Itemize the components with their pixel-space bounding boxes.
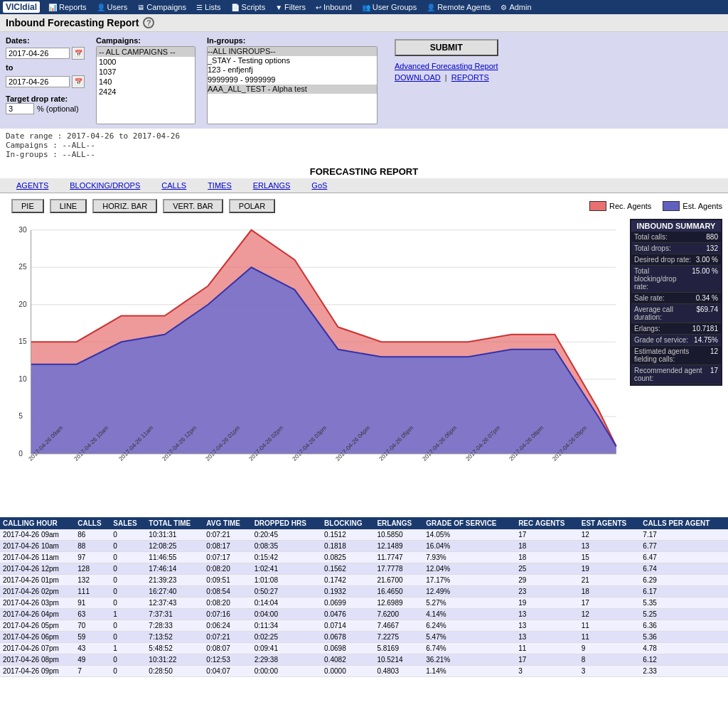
table-cell: 12:37:43 [146, 598, 203, 609]
tab-blocking-drops[interactable]: BLOCKING/DROPS [59, 178, 151, 193]
nav-filters[interactable]: ▼ Filters [271, 1, 310, 13]
tab-erlangs[interactable]: ERLANGS [242, 178, 301, 193]
info-text: Date range : 2017-04-26 to 2017-04-26 Ca… [0, 129, 728, 162]
summary-row: Total calls:880 [631, 232, 721, 243]
nav-reports[interactable]: 📊 Reports [44, 1, 91, 13]
table-cell: 18 [515, 541, 579, 552]
table-cell: 49 [75, 654, 110, 666]
nav-lists[interactable]: ☰ Lists [192, 1, 225, 13]
table-cell: 11 [515, 643, 579, 654]
table-cell: 12:08:25 [146, 541, 203, 552]
table-cell: 0.1512 [321, 529, 374, 541]
reports-link[interactable]: REPORTS [451, 73, 489, 82]
table-cell: 13 [579, 541, 641, 552]
table-cell: 0:02:25 [252, 632, 321, 643]
table-cell: 0.0678 [321, 632, 374, 643]
date-to-wrap: 📅 [6, 75, 85, 88]
legend-est-agents-label: Est. Agents [682, 202, 722, 210]
table-cell: 0:07:17 [203, 552, 251, 563]
table-cell: 9 [579, 643, 641, 654]
table-cell: 0:15:42 [252, 552, 321, 563]
table-cell: 2017-04-26 05pm [0, 620, 75, 632]
target-drop-input[interactable] [6, 103, 34, 114]
advanced-report-link[interactable]: Advanced Forecasting Report [395, 62, 498, 70]
reports-icon: 📊 [48, 4, 57, 11]
table-body: 2017-04-26 09am86010:31:310:07:210:20:45… [0, 529, 728, 677]
ingroups-list[interactable]: --ALL INGROUPS--_STAY - Testing options1… [207, 46, 378, 124]
table-cell: 21 [579, 575, 641, 586]
table-cell: 0:09:41 [252, 643, 321, 654]
table-cell: 17:46:14 [146, 563, 203, 575]
tab-times[interactable]: TIMES [197, 178, 242, 193]
tab-agents[interactable]: AGENTS [6, 178, 59, 193]
logo[interactable]: VICIdial [3, 1, 40, 13]
right-actions: SUBMIT Advanced Forecasting Report DOWNL… [395, 36, 498, 82]
table-cell: 97 [75, 552, 110, 563]
summary-value: 0.34 % [696, 294, 718, 302]
campaigns-list[interactable]: -- ALL CAMPAIGNS --100010371402424 [96, 46, 196, 124]
table-cell: 13 [515, 632, 579, 643]
table-cell: 1:01:08 [252, 575, 321, 586]
submit-button[interactable]: SUBMIT [395, 39, 498, 56]
table-row: 2017-04-26 04pm6317:37:310:07:160:04:000… [0, 609, 728, 620]
table-cell: 0 [110, 598, 146, 609]
summary-label: Total blocking/drop rate: [634, 267, 692, 291]
date-from-calendar[interactable]: 📅 [72, 47, 85, 60]
table-header-cell: TOTAL TIME [146, 517, 203, 529]
table-cell: 2017-04-26 09am [0, 529, 75, 541]
nav-campaigns[interactable]: 🖥 Campaigns [133, 1, 191, 13]
table-cell: 4.78 [640, 643, 728, 654]
nav-admin[interactable]: ⚙ Admin [496, 1, 535, 13]
lists-icon: ☰ [196, 4, 203, 11]
table-cell: 13 [515, 620, 579, 632]
table-cell: 0.0000 [321, 666, 374, 677]
summary-label: Estimated agents fielding calls: [634, 347, 710, 363]
horiz-bar-button[interactable]: HORIZ. BAR [92, 199, 157, 213]
table-cell: 0.0699 [321, 598, 374, 609]
table-cell: 0:08:20 [203, 598, 251, 609]
table-cell: 7.2275 [374, 632, 423, 643]
legend-est-agents-color [663, 201, 680, 211]
table-cell: 17 [515, 529, 579, 541]
tab-gos[interactable]: GoS [301, 178, 338, 193]
table-cell: 11:46:55 [146, 552, 203, 563]
help-icon[interactable]: ? [143, 17, 154, 28]
info-line1: Date range : 2017-04-26 to 2017-04-26 [6, 131, 722, 141]
date-to-calendar[interactable]: 📅 [72, 75, 85, 88]
nav-remote-agents[interactable]: 👤 Remote Agents [422, 1, 495, 13]
vert-bar-button[interactable]: VERT. BAR [163, 199, 223, 213]
form-area: Dates: 📅 to 📅 Target drop rate: % (optio… [0, 32, 728, 129]
table-cell: 7.6200 [374, 609, 423, 620]
campaigns-label: Campaigns: [96, 36, 196, 45]
table-cell: 16.4650 [374, 586, 423, 598]
nav-user-groups[interactable]: 👥 User Groups [358, 1, 421, 13]
pipe-separator: | [443, 73, 449, 82]
nav-inbound[interactable]: ↩ Inbound [311, 1, 356, 13]
table-cell: 0.0825 [321, 552, 374, 563]
chart-legend: Rec. Agents Est. Agents [589, 200, 722, 212]
pie-button[interactable]: PIE [11, 199, 44, 213]
summary-row: Average call duration:$69.74 [631, 304, 721, 323]
table-header-cell: DROPPED HRS [252, 517, 321, 529]
table-header-cell: CALLS PER AGENT [640, 517, 728, 529]
table-cell: 3 [579, 666, 641, 677]
line-button[interactable]: LINE [50, 199, 87, 213]
table-row: 2017-04-26 12pm128017:46:140:08:201:02:4… [0, 563, 728, 575]
tab-calls[interactable]: CALLS [151, 178, 197, 193]
nav-scripts[interactable]: 📄 Scripts [227, 1, 270, 13]
date-from-wrap: 📅 [6, 47, 85, 60]
polar-button[interactable]: POLAR [229, 199, 275, 213]
table-cell: 2.33 [640, 666, 728, 677]
table-cell: 2017-04-26 08pm [0, 654, 75, 666]
download-link[interactable]: DOWNLOAD [395, 73, 441, 82]
date-from-input[interactable] [6, 48, 70, 59]
nav-users[interactable]: 👤 Users [92, 1, 132, 13]
table-cell: 0:28:50 [146, 666, 203, 677]
table-cell: 17 [515, 654, 579, 666]
date-to-input[interactable] [6, 76, 70, 87]
admin-icon: ⚙ [500, 4, 507, 11]
table-cell: 0:12:53 [203, 654, 251, 666]
table-cell: 10.5850 [374, 529, 423, 541]
table-cell: 36.21% [423, 654, 515, 666]
top-navigation: VICIdial 📊 Reports 👤 Users 🖥 Campaigns ☰… [0, 0, 728, 14]
